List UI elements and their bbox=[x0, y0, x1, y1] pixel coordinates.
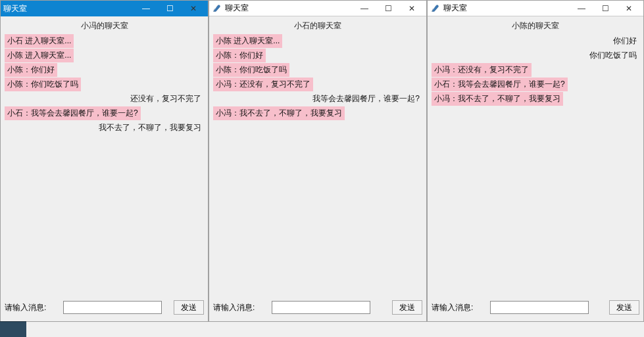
window-buttons: —☐✕ bbox=[570, 2, 641, 15]
message-input[interactable] bbox=[63, 301, 162, 314]
chat-heading: 小陈的聊天室 bbox=[428, 16, 643, 33]
chat-heading: 小石的聊天室 bbox=[209, 16, 426, 33]
close-icon: ✕ bbox=[190, 4, 197, 13]
message-other: 小石：我等会去馨园餐厅，谁要一起? bbox=[432, 78, 568, 91]
message-other: 小陈：你们好 bbox=[5, 63, 57, 77]
message-other: 小冯：还没有，复习不完了 bbox=[432, 63, 532, 77]
message-other: 小石 进入聊天室... bbox=[5, 34, 74, 48]
minimize-button[interactable]: — bbox=[134, 2, 158, 15]
message-self: 还没有，复习不完了 bbox=[128, 92, 204, 106]
chat-window: 聊天室—☐✕小石的聊天室小陈 进入聊天室...小陈：你们好小陈：你们吃饭了吗小冯… bbox=[209, 0, 427, 322]
titlebar[interactable]: 聊天室—☐✕ bbox=[428, 1, 643, 16]
close-icon: ✕ bbox=[409, 4, 415, 13]
message-self: 我不去了，不聊了，我要复习 bbox=[96, 121, 204, 135]
message-other: 小冯：还没有，复习不完了 bbox=[213, 78, 313, 91]
window-title: 聊天室 bbox=[3, 3, 134, 14]
message-other: 小冯：我不去了，不聊了，我要复习 bbox=[432, 92, 563, 106]
taskbar-stub bbox=[0, 321, 26, 337]
maximize-button[interactable]: ☐ bbox=[376, 2, 400, 15]
window-title: 聊天室 bbox=[443, 3, 570, 14]
message-other: 小陈：你们吃饭了吗 bbox=[213, 63, 289, 77]
message-self: 你们吃饭了吗 bbox=[587, 49, 639, 62]
python-tk-icon bbox=[430, 4, 439, 13]
message-other: 小冯：我不去了，不聊了，我要复习 bbox=[213, 106, 345, 120]
send-button[interactable]: 发送 bbox=[609, 300, 639, 315]
chat-log: 小石 进入聊天室...小陈 进入聊天室...小陈：你们好小陈：你们吃饭了吗还没有… bbox=[1, 33, 208, 296]
message-other: 小石：我等会去馨园餐厅，谁要一起? bbox=[5, 106, 141, 120]
close-button[interactable]: ✕ bbox=[617, 2, 641, 15]
python-tk-icon bbox=[212, 4, 221, 13]
minimize-icon: — bbox=[142, 4, 150, 13]
maximize-icon: ☐ bbox=[602, 4, 609, 13]
message-other: 小陈 进入聊天室... bbox=[213, 34, 282, 48]
close-button[interactable]: ✕ bbox=[400, 2, 424, 15]
send-button[interactable]: 发送 bbox=[392, 300, 422, 315]
message-other: 小陈：你们好 bbox=[213, 49, 266, 62]
window-buttons: —☐✕ bbox=[353, 2, 424, 15]
maximize-button[interactable]: ☐ bbox=[593, 2, 617, 15]
minimize-button[interactable]: — bbox=[570, 2, 593, 15]
input-row: 请输入消息:发送 bbox=[428, 296, 643, 321]
maximize-button[interactable]: ☐ bbox=[158, 2, 182, 15]
titlebar[interactable]: 聊天室—☐✕ bbox=[209, 1, 426, 16]
client-area: 小陈的聊天室你们好你们吃饭了吗小冯：还没有，复习不完了小石：我等会去馨园餐厅，谁… bbox=[428, 16, 643, 321]
maximize-icon: ☐ bbox=[166, 4, 174, 13]
maximize-icon: ☐ bbox=[385, 4, 392, 13]
message-other: 小陈：你们吃饭了吗 bbox=[5, 78, 81, 91]
input-row: 请输入消息:发送 bbox=[209, 296, 426, 321]
input-row: 请输入消息:发送 bbox=[1, 296, 208, 321]
client-area: 小冯的聊天室小石 进入聊天室...小陈 进入聊天室...小陈：你们好小陈：你们吃… bbox=[1, 16, 208, 321]
chat-window: 聊天室—☐✕小陈的聊天室你们好你们吃饭了吗小冯：还没有，复习不完了小石：我等会去… bbox=[427, 0, 644, 322]
minimize-icon: — bbox=[578, 4, 585, 13]
titlebar[interactable]: 聊天室—☐✕ bbox=[1, 1, 208, 16]
window-buttons: —☐✕ bbox=[134, 2, 205, 15]
input-label: 请输入消息: bbox=[432, 302, 473, 313]
close-icon: ✕ bbox=[626, 4, 632, 13]
chat-heading: 小冯的聊天室 bbox=[1, 16, 208, 33]
input-label: 请输入消息: bbox=[213, 302, 255, 313]
input-label: 请输入消息: bbox=[5, 302, 46, 313]
message-input[interactable] bbox=[272, 301, 370, 314]
client-area: 小石的聊天室小陈 进入聊天室...小陈：你们好小陈：你们吃饭了吗小冯：还没有，复… bbox=[209, 16, 426, 321]
message-self: 我等会去馨园餐厅，谁要一起? bbox=[310, 92, 422, 106]
chat-window: 聊天室—☐✕小冯的聊天室小石 进入聊天室...小陈 进入聊天室...小陈：你们好… bbox=[0, 0, 209, 322]
minimize-button[interactable]: — bbox=[353, 2, 376, 15]
message-input[interactable] bbox=[490, 301, 589, 314]
message-self: 你们好 bbox=[610, 34, 639, 48]
send-button[interactable]: 发送 bbox=[174, 300, 204, 315]
message-other: 小陈 进入聊天室... bbox=[5, 49, 74, 62]
chat-log: 你们好你们吃饭了吗小冯：还没有，复习不完了小石：我等会去馨园餐厅，谁要一起?小冯… bbox=[428, 33, 643, 296]
close-button[interactable]: ✕ bbox=[182, 2, 205, 15]
window-title: 聊天室 bbox=[225, 3, 353, 14]
minimize-icon: — bbox=[360, 4, 368, 13]
chat-log: 小陈 进入聊天室...小陈：你们好小陈：你们吃饭了吗小冯：还没有，复习不完了我等… bbox=[209, 33, 426, 296]
